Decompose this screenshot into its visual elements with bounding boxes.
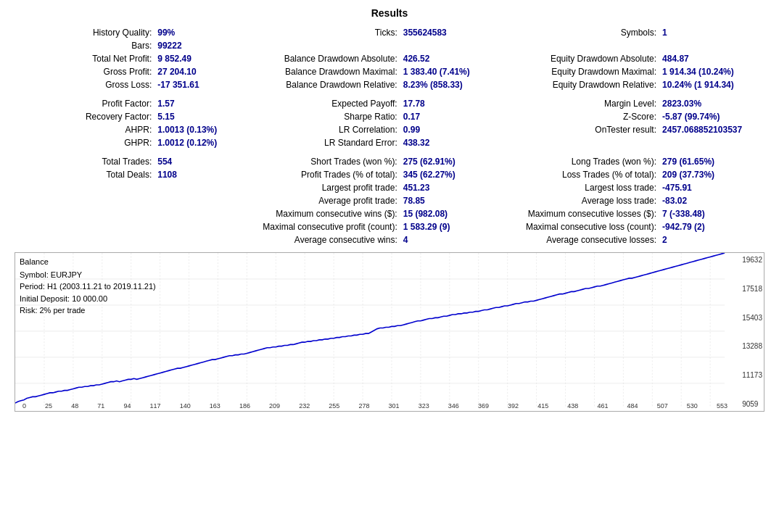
y-label-6: 19632 (742, 256, 762, 264)
gross-profit-value: 27 204.10 (154, 65, 242, 78)
short-trades-label: Short Trades (won %): (242, 155, 400, 168)
x-label: 94 (123, 402, 131, 410)
total-net-profit-label: Total Net Profit: (15, 52, 154, 65)
sharpe-ratio-label: Sharpe Ratio: (242, 110, 400, 123)
short-trades-value: 275 (62.91%) (400, 155, 506, 168)
ghpr-label: GHPR: (15, 136, 154, 149)
x-label: 48 (71, 402, 78, 410)
x-label: 278 (358, 402, 369, 410)
max-consec-losses-label: Maximum consecutive losses ($): (506, 207, 659, 220)
avg-profit-label: Average profit trade: (242, 194, 400, 207)
equity-drawdown-abs-label: Equity Drawdown Absolute: (506, 52, 659, 65)
x-label: 163 (210, 402, 220, 410)
loss-trades-value: 209 (37.73%) (659, 168, 764, 181)
balance-drawdown-rel-label: Balance Drawdown Relative: (242, 78, 400, 91)
history-quality-value: 99% (154, 26, 242, 39)
symbols-label: Symbols: (506, 26, 659, 39)
ghpr-value: 1.0012 (0.12%) (154, 136, 242, 149)
gross-loss-label: Gross Loss: (15, 78, 154, 91)
chart-deposit: Initial Deposit: 10 000.00 (20, 293, 156, 305)
symbols-value: 1 (659, 26, 764, 39)
y-label-3: 13288 (742, 342, 762, 350)
x-label: 301 (389, 402, 400, 410)
x-label: 186 (239, 402, 250, 410)
y-label-5: 17518 (742, 285, 762, 293)
x-label: 0 (22, 402, 26, 410)
total-deals-value: 1108 (154, 168, 242, 181)
x-label: 255 (329, 402, 339, 410)
x-label: 25 (45, 402, 52, 410)
x-label: 507 (657, 402, 668, 410)
avg-loss-value: -83.02 (659, 194, 764, 207)
lr-correlation-label: LR Correlation: (242, 123, 400, 136)
results-title: Results (15, 7, 764, 19)
ahpr-label: AHPR: (15, 123, 154, 136)
chart-risk: Risk: 2% per trade (20, 304, 156, 317)
balance-drawdown-max-label: Balance Drawdown Maximal: (242, 65, 400, 78)
equity-drawdown-abs-value: 484.87 (659, 52, 764, 65)
recovery-factor-label: Recovery Factor: (15, 110, 154, 123)
x-label: 232 (299, 402, 310, 410)
maximal-consec-loss-value: -942.79 (2) (659, 220, 764, 233)
largest-profit-label: Largest profit trade: (242, 181, 400, 194)
chart-symbol: Symbol: EURJPY (20, 269, 156, 281)
equity-drawdown-max-label: Equity Drawdown Maximal: (506, 65, 659, 78)
results-container: Results History Quality: 99% Ticks: 3556… (0, 0, 779, 425)
on-tester-label: OnTester result: (506, 123, 659, 136)
table-row: Maximal consecutive profit (count): 1 58… (15, 220, 764, 233)
gross-loss-value: -17 351.61 (154, 78, 242, 91)
loss-trades-label: Loss Trades (% of total): (506, 168, 659, 181)
avg-consec-losses-label: Average consecutive losses: (506, 233, 659, 246)
y-label-4: 15403 (742, 314, 762, 322)
total-deals-label: Total Deals: (15, 168, 154, 181)
z-score-value: -5.87 (99.74%) (659, 110, 764, 123)
x-label: 117 (150, 402, 161, 410)
equity-drawdown-max-value: 1 914.34 (10.24%) (659, 65, 764, 78)
table-row: Largest profit trade: 451.23 Largest los… (15, 181, 764, 194)
x-label: 438 (567, 402, 578, 410)
x-label: 553 (717, 402, 728, 410)
max-consec-wins-value: 15 (982.08) (400, 207, 506, 220)
profit-factor-value: 1.57 (154, 97, 242, 110)
x-label: 415 (537, 402, 548, 410)
y-label-2: 11173 (742, 371, 762, 379)
gross-profit-label: Gross Profit: (15, 65, 154, 78)
balance-drawdown-abs-value: 426.52 (400, 52, 506, 65)
y-axis-labels: 19632 17518 15403 13288 11173 9059 (742, 253, 762, 411)
bars-value: 99222 (154, 39, 242, 52)
table-row: Bars: 99222 (15, 39, 764, 52)
x-label: 209 (269, 402, 280, 410)
table-row: History Quality: 99% Ticks: 355624583 Sy… (15, 26, 764, 39)
equity-drawdown-rel-label: Equity Drawdown Relative: (506, 78, 659, 91)
total-trades-label: Total Trades: (15, 155, 154, 168)
maximal-consec-loss-label: Maximal consecutive loss (count): (506, 220, 659, 233)
equity-drawdown-rel-value: 10.24% (1 914.34) (659, 78, 764, 91)
x-axis-labels: 0 25 48 71 94 117 140 163 186 209 232 25… (22, 402, 728, 410)
profit-trades-value: 345 (62.27%) (400, 168, 506, 181)
total-trades-value: 554 (154, 155, 242, 168)
table-row: GHPR: 1.0012 (0.12%) LR Standard Error: … (15, 136, 764, 149)
expected-payoff-value: 17.78 (400, 97, 506, 110)
lr-std-error-label: LR Standard Error: (242, 136, 400, 149)
maximal-consec-profit-value: 1 583.29 (9) (400, 220, 506, 233)
maximal-consec-profit-label: Maximal consecutive profit (count): (242, 220, 400, 233)
x-label: 392 (508, 402, 519, 410)
recovery-factor-value: 5.15 (154, 110, 242, 123)
largest-profit-value: 451.23 (400, 181, 506, 194)
stats-table: History Quality: 99% Ticks: 355624583 Sy… (15, 26, 764, 246)
long-trades-value: 279 (61.65%) (659, 155, 764, 168)
chart-balance-label: Balance (20, 256, 156, 268)
balance-drawdown-rel-value: 8.23% (858.33) (400, 78, 506, 91)
table-row: Maximum consecutive wins ($): 15 (982.08… (15, 207, 764, 220)
avg-consec-wins-label: Average consecutive wins: (242, 233, 400, 246)
table-row: Average consecutive wins: 4 Average cons… (15, 233, 764, 246)
table-row: Gross Loss: -17 351.61 Balance Drawdown … (15, 78, 764, 91)
table-row: Gross Profit: 27 204.10 Balance Drawdown… (15, 65, 764, 78)
table-row: Total Trades: 554 Short Trades (won %): … (15, 155, 764, 168)
x-label: 484 (627, 402, 638, 410)
margin-level-label: Margin Level: (506, 97, 659, 110)
x-label: 369 (478, 402, 489, 410)
total-net-profit-value: 9 852.49 (154, 52, 242, 65)
table-row: Profit Factor: 1.57 Expected Payoff: 17.… (15, 97, 764, 110)
chart-info: Balance Symbol: EURJPY Period: H1 (2003.… (20, 256, 156, 317)
